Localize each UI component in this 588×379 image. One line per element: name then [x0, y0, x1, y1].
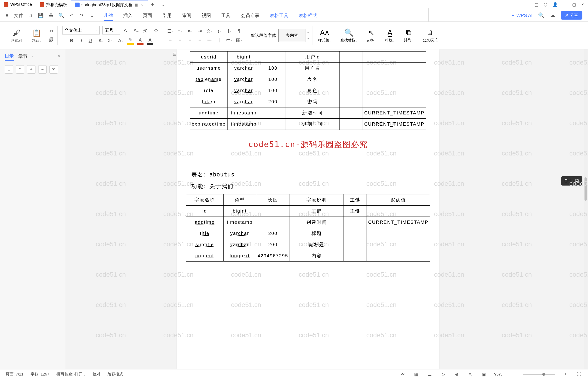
share-button[interactable]: ↗分享 [561, 11, 582, 20]
sidebar-expand-icon[interactable]: ⌃ [16, 65, 24, 74]
status-zoom-value[interactable]: 95% [494, 372, 502, 377]
tab-home[interactable]: 开始 [104, 10, 113, 21]
italic-icon[interactable]: I [78, 37, 85, 44]
copy-icon[interactable]: 🗐 [48, 36, 55, 43]
font-color-icon[interactable]: A [137, 36, 144, 43]
line-spacing-icon[interactable]: ↕⌄ [216, 28, 223, 34]
underline-icon[interactable]: U⌄ [88, 37, 95, 44]
file-menu[interactable]: 文件 [14, 12, 23, 19]
save-icon[interactable]: 💾 [37, 12, 44, 19]
tab-review[interactable]: 审阅 [182, 11, 191, 20]
table-row[interactable]: rolevarchar100角色 [190, 85, 426, 96]
status-view-page-icon[interactable]: ▦ [413, 371, 420, 378]
borders-icon[interactable]: ▦⌄ [235, 36, 242, 43]
official-mode-button[interactable]: 🗎 公文模式 [419, 28, 441, 43]
zoom-in-icon[interactable]: + [562, 371, 569, 378]
qat-dropdown-icon[interactable]: ⌄ [89, 12, 95, 19]
status-pen-icon[interactable]: ✎ [467, 371, 474, 378]
decrease-font-icon[interactable]: A↓ [133, 27, 140, 34]
tab-close-icon[interactable]: × [140, 2, 144, 7]
phonetic-icon[interactable]: 变⌄ [143, 27, 150, 34]
add-tab-button[interactable]: + [148, 2, 157, 8]
strikethrough-icon[interactable]: A̶⌄ [98, 37, 104, 44]
status-eye-icon[interactable]: 👁 [400, 371, 406, 378]
new-icon[interactable]: 🗋 [27, 12, 34, 19]
tab-reference[interactable]: 引用 [162, 11, 172, 20]
table-row[interactable]: titlevarchar200标题 [186, 228, 430, 239]
sidebar-remove-icon[interactable]: − [38, 65, 47, 74]
sidebar-nav-icon[interactable]: › [32, 54, 33, 59]
table-row[interactable]: subtitlevarchar200副标题 [186, 239, 430, 250]
tab-templates[interactable]: 找稻壳模板 [36, 0, 71, 9]
status-play-icon[interactable]: ▷ [440, 371, 447, 378]
tab-stack-icon[interactable]: ▣ [134, 2, 138, 7]
bullets-icon[interactable]: ☰⌄ [167, 28, 174, 34]
superscript-icon[interactable]: X²⌄ [107, 37, 114, 44]
sidebar-collapse-icon[interactable]: ⌄ [5, 65, 13, 74]
table-row[interactable]: contentlongtext4294967295内容 [186, 250, 430, 262]
sidebar-close-icon[interactable]: × [58, 54, 60, 59]
search-icon[interactable]: 🔍 [538, 12, 544, 18]
format-brush-button[interactable]: 🖌 格式刷 [7, 28, 25, 43]
cut-icon[interactable]: ✂ [48, 28, 55, 34]
fullscreen-icon[interactable]: ⛶ [576, 371, 582, 378]
table-1[interactable]: useridbigint用户idusernamevarchar100用户名tab… [190, 51, 426, 130]
shading-icon[interactable]: A [147, 36, 153, 43]
tab-insert[interactable]: 插入 [123, 11, 133, 20]
scrollbar-thumb[interactable] [585, 177, 587, 201]
tab-table-tools[interactable]: 表格工具 [270, 11, 288, 20]
tab-tools[interactable]: 工具 [221, 11, 231, 20]
increase-indent-icon[interactable]: ⇥ [196, 28, 203, 34]
sidebar-eye-icon[interactable]: 👁 [50, 65, 58, 74]
tab-document[interactable]: springboot38tp1数据库文档 ▣ × [71, 0, 148, 9]
paste-button[interactable]: 📋 粘贴⌄ [28, 28, 45, 43]
arrange-button[interactable]: ⧉ 排列⌄ [400, 28, 417, 43]
table-row[interactable]: addtimetimestamp新增时间CURRENT_TIMESTAMP [190, 108, 426, 119]
select-button[interactable]: ↖ 选择⌄ [363, 28, 380, 43]
table-2[interactable]: 字段名称类型长度字段说明主键默认值 idbigint主键主键addtimetim… [186, 194, 430, 262]
text-effect-icon[interactable]: A⌄ [117, 37, 124, 44]
numbering-icon[interactable]: ≡⌄ [177, 28, 184, 34]
vertical-scrollbar[interactable] [584, 49, 588, 369]
sort-icon[interactable]: ⇅ [226, 28, 233, 34]
status-proof[interactable]: 校对 [92, 372, 100, 377]
sidebar-tab-toc[interactable]: 目录 [5, 52, 14, 61]
tab-view[interactable]: 视图 [202, 11, 211, 20]
bold-icon[interactable]: B [68, 37, 75, 44]
window-close-icon[interactable]: × [581, 2, 584, 7]
zoom-slider[interactable] [523, 374, 555, 375]
font-name-select[interactable]: 华文仿宋⌄ [62, 26, 100, 34]
window-avatar-icon[interactable]: 👤 [553, 2, 558, 7]
status-page[interactable]: 页面: 7/11 [6, 372, 24, 377]
align-right-icon[interactable]: ≡ [186, 36, 193, 43]
table-row[interactable]: tablenamevarchar100表名 [190, 74, 426, 85]
window-cube-icon[interactable]: ⬡ [544, 2, 547, 7]
add-tab-dropdown[interactable]: ⌄ [157, 2, 168, 8]
highlight-icon[interactable]: ✎ [127, 36, 134, 43]
decrease-indent-icon[interactable]: ⇤ [186, 28, 193, 34]
show-marks-icon[interactable]: ¶ [235, 28, 242, 34]
status-globe-icon[interactable]: ⊕ [454, 371, 460, 378]
preview-icon[interactable]: 🔍 [58, 12, 64, 19]
table-row[interactable]: tokenvarchar200密码 [190, 96, 426, 108]
style-table-content[interactable]: 表内容 [278, 29, 305, 42]
cloud-sync-icon[interactable]: ☁ [550, 12, 555, 18]
status-view-outline-icon[interactable]: ☰ [427, 371, 433, 378]
text-direction-icon[interactable]: 文⌄ [206, 28, 213, 34]
print-icon[interactable]: 🖶 [48, 12, 54, 19]
window-maximize-icon[interactable]: ▢ [572, 2, 576, 7]
sidebar-tab-chapter[interactable]: 章节 [18, 52, 28, 60]
increase-font-icon[interactable]: A↑ [123, 27, 130, 34]
zoom-out-icon[interactable]: − [509, 371, 516, 378]
status-words[interactable]: 字数: 1297 [31, 372, 50, 377]
table-row[interactable]: addtimetimestamp创建时间CURRENT_TIMESTAMP [186, 217, 430, 228]
tab-member[interactable]: 会员专享 [241, 11, 259, 20]
document-area[interactable]: ⊟ ⌄ code51.cncode51.cncode51.cncode51.cn… [65, 49, 588, 369]
window-panel-icon[interactable]: ▢ [535, 2, 538, 7]
sidebar-add-icon[interactable]: + [27, 65, 35, 74]
hamburger-icon[interactable]: ≡ [4, 12, 10, 19]
table-row[interactable]: expiratedtimetimestamp过期时间CURRENT_TIMEST… [190, 119, 426, 130]
style-scroll-down-icon[interactable]: ⌄ [307, 36, 310, 40]
status-spell[interactable]: 拼写检查: 打开 ⌄ [56, 372, 85, 377]
tab-table-style[interactable]: 表格样式 [299, 11, 317, 20]
